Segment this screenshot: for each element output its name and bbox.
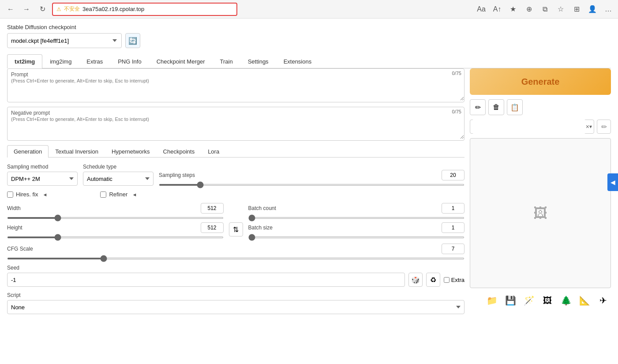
main-content: Stable Diffusion checkpoint model.ckpt [… bbox=[0, 19, 618, 319]
seed-recycle-button[interactable]: ♻ bbox=[426, 273, 440, 287]
tab-extensions[interactable]: Extensions bbox=[276, 54, 319, 68]
width-group: Width bbox=[7, 203, 224, 219]
cfg-scale-slider[interactable] bbox=[7, 258, 464, 259]
height-slider[interactable] bbox=[7, 236, 224, 238]
tab-img2img[interactable]: img2img bbox=[42, 54, 79, 68]
sub-tab-checkpoints[interactable]: Checkpoints bbox=[157, 145, 202, 158]
clipboard-button[interactable]: 📋 bbox=[507, 99, 523, 115]
wh-batch-row: Width Height ⇅ bbox=[7, 203, 464, 238]
extra-checkbox-item: Extra bbox=[444, 277, 464, 283]
ruler-icon[interactable]: 📐 bbox=[577, 293, 592, 308]
style-select-input[interactable] bbox=[472, 120, 586, 134]
refiner-checkbox[interactable] bbox=[100, 191, 106, 198]
sampling-steps-header: Sampling steps bbox=[159, 170, 464, 180]
save-icon[interactable]: 💾 bbox=[502, 293, 518, 308]
read-icon[interactable]: A↑ bbox=[492, 4, 502, 15]
seed-row: 🎲 ♻ Extra bbox=[7, 273, 464, 287]
schedule-type-label: Schedule type bbox=[83, 164, 154, 170]
sub-tab-lora[interactable]: Lora bbox=[201, 145, 226, 158]
sub-tab-hypernetworks[interactable]: Hypernetworks bbox=[105, 145, 157, 158]
tab-extras[interactable]: Extras bbox=[79, 54, 110, 68]
sub-tab-textual-inversion[interactable]: Textual Inversion bbox=[49, 145, 105, 158]
tab-checkpoint-merger[interactable]: Checkpoint Merger bbox=[149, 54, 213, 68]
profile-icon[interactable]: 👤 bbox=[587, 4, 598, 15]
image-placeholder-icon: 🖼 bbox=[533, 205, 547, 221]
extra-checkbox[interactable] bbox=[444, 277, 449, 283]
hires-fix-checkbox[interactable] bbox=[7, 191, 13, 198]
generate-button[interactable]: Generate bbox=[470, 68, 611, 95]
forward-button[interactable]: → bbox=[20, 3, 33, 15]
batch-count-input[interactable] bbox=[442, 203, 464, 214]
seed-dice-button[interactable]: 🎲 bbox=[408, 273, 423, 287]
cfg-scale-input[interactable] bbox=[442, 244, 464, 254]
prompt-container: 0/75 Prompt (Press Ctrl+Enter to generat… bbox=[7, 68, 464, 102]
reload-button[interactable]: ↻ bbox=[36, 3, 49, 15]
batch-count-slider[interactable] bbox=[248, 217, 465, 219]
checkpoint-select[interactable]: model.ckpt [fe4efff1e1] bbox=[7, 33, 122, 48]
height-header: Height bbox=[7, 222, 224, 233]
checkpoint-refresh-button[interactable]: 🔄 bbox=[125, 33, 140, 48]
trash-icon: 🗑 bbox=[493, 103, 500, 111]
negative-prompt-counter: 0/75 bbox=[452, 109, 461, 114]
trash-button[interactable]: 🗑 bbox=[488, 99, 504, 115]
batch-size-header: Batch size bbox=[248, 222, 465, 233]
tab-png-info[interactable]: PNG Info bbox=[110, 54, 149, 68]
split-view-icon[interactable]: ⧉ bbox=[539, 4, 550, 15]
right-edge-button[interactable]: ◀ bbox=[607, 173, 618, 191]
clipboard-icon: 📋 bbox=[510, 103, 519, 112]
back-button[interactable]: ← bbox=[4, 3, 17, 15]
two-col-layout: 0/75 Prompt (Press Ctrl+Enter to generat… bbox=[7, 68, 611, 314]
translate-icon[interactable]: Aa bbox=[476, 4, 487, 15]
refiner-arrow-icon[interactable]: ◄ bbox=[132, 192, 137, 197]
schedule-type-select[interactable]: Automatic bbox=[83, 172, 154, 186]
image-icon[interactable]: 🖼 bbox=[539, 293, 555, 308]
height-input[interactable] bbox=[201, 222, 224, 233]
browser-chrome: ← → ↻ ⚠ 不安全 3ea75a02.r19.cpolar.top Aa A… bbox=[0, 0, 618, 19]
sampling-steps-label: Sampling steps bbox=[159, 172, 195, 178]
pencil-button[interactable]: ✏ bbox=[470, 99, 486, 115]
batch-right: Batch count Batch size bbox=[248, 203, 465, 238]
hires-arrow-icon[interactable]: ◄ bbox=[43, 192, 48, 197]
refiner-item: Refiner ◄ bbox=[100, 191, 137, 198]
tab-txt2img[interactable]: txt2img bbox=[7, 54, 42, 68]
prompt-textarea[interactable] bbox=[7, 69, 464, 101]
collections-icon[interactable]: ☆ bbox=[555, 4, 566, 15]
open-folder-icon[interactable]: 📁 bbox=[484, 293, 500, 308]
sampling-steps-input[interactable] bbox=[442, 170, 464, 180]
recycle-icon: ♻ bbox=[430, 276, 436, 284]
batch-size-slider[interactable] bbox=[248, 236, 465, 238]
script-select[interactable]: None bbox=[7, 300, 464, 314]
seed-section: Seed 🎲 ♻ Extra bbox=[7, 265, 464, 287]
sampling-steps-group: Sampling steps bbox=[159, 170, 464, 186]
sub-tab-generation[interactable]: Generation bbox=[7, 145, 49, 158]
image-preview: 🖼 bbox=[470, 138, 611, 288]
sampling-method-select[interactable]: DPM++ 2M bbox=[7, 172, 78, 186]
tabs-icon[interactable]: ⊞ bbox=[571, 4, 582, 15]
checkpoint-label: Stable Diffusion checkpoint bbox=[7, 24, 611, 30]
sampling-steps-slider[interactable] bbox=[159, 184, 464, 186]
style-edit-button[interactable]: ✏ bbox=[597, 120, 611, 134]
negative-prompt-textarea[interactable] bbox=[7, 107, 464, 139]
magic-icon[interactable]: 🪄 bbox=[521, 293, 537, 308]
favorite-icon[interactable]: ★ bbox=[508, 4, 518, 15]
address-bar[interactable]: ⚠ 不安全 3ea75a02.r19.cpolar.top bbox=[52, 3, 237, 16]
swap-dimensions-button[interactable]: ⇅ bbox=[229, 222, 243, 236]
width-input[interactable] bbox=[201, 203, 224, 214]
more-icon[interactable]: … bbox=[603, 4, 614, 15]
extensions-icon[interactable]: ⊕ bbox=[524, 4, 534, 15]
tree-icon[interactable]: 🌲 bbox=[558, 293, 574, 308]
pencil-icon: ✏ bbox=[475, 103, 481, 112]
batch-size-input[interactable] bbox=[442, 222, 464, 233]
plane-icon[interactable]: ✈ bbox=[595, 293, 611, 308]
seed-input[interactable] bbox=[7, 273, 405, 287]
tab-settings[interactable]: Settings bbox=[240, 54, 276, 68]
width-slider[interactable] bbox=[7, 217, 224, 219]
warning-icon: ⚠ bbox=[56, 6, 61, 12]
tab-train[interactable]: Train bbox=[213, 54, 240, 68]
bottom-toolbar: 📁 💾 🪄 🖼 🌲 📐 ✈ bbox=[470, 293, 611, 308]
sampling-row: Sampling method DPM++ 2M Schedule type A… bbox=[7, 164, 464, 186]
script-section: Script None bbox=[7, 292, 464, 314]
right-col: Generate ✏ 🗑 📋 × ▾ bbox=[470, 68, 611, 314]
style-clear-button[interactable]: × bbox=[586, 123, 589, 130]
style-dropdown-button[interactable]: ▾ bbox=[589, 124, 592, 130]
